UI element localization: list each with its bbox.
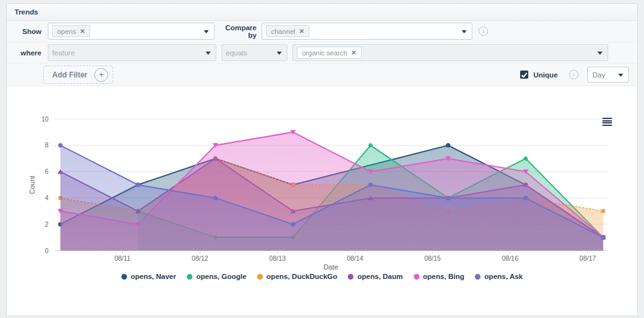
chevron-down-icon: [277, 52, 282, 55]
chevron-down-icon: [597, 52, 602, 55]
card-header: Trends: [7, 4, 637, 21]
data-point[interactable]: [369, 183, 373, 187]
interval-value: Day: [592, 71, 605, 79]
where-row: where feature equals organic search ✕: [7, 42, 637, 64]
unique-toggle-group: Unique i: [520, 70, 579, 79]
page: Trends Show opens ✕ Compare by channel ✕: [0, 0, 644, 318]
where-value-tag-label: organic search: [302, 49, 347, 57]
operator-placeholder: equals: [226, 49, 247, 57]
compare-by-label: Compare by: [222, 24, 257, 39]
y-axis-label: 10: [42, 116, 49, 123]
trends-chart: 024681008/1108/1208/1308/1408/1508/1608/…: [7, 86, 637, 273]
legend-item-opens-ask[interactable]: opens, Ask: [475, 273, 523, 280]
where-label: where: [7, 49, 42, 57]
x-axis-label: 08/12: [192, 254, 208, 262]
y-axis-label: 6: [45, 168, 48, 175]
chart-section: 024681008/1108/1208/1308/1408/1508/1608/…: [7, 86, 637, 315]
x-axis-label: 08/16: [502, 254, 518, 262]
chart-menu-button[interactable]: [602, 118, 612, 126]
legend-label: opens, Naver: [131, 273, 176, 280]
legend-item-opens-duckduckgo[interactable]: opens, DuckDuckGo: [257, 273, 337, 280]
compare-by-select[interactable]: channel ✕: [262, 23, 472, 40]
add-filter-button[interactable]: Add Filter +: [43, 65, 113, 84]
legend-marker-icon: [475, 274, 480, 280]
chevron-down-icon: [462, 30, 467, 33]
where-value-select[interactable]: organic search ✕: [292, 44, 608, 61]
where-value-tag: organic search ✕: [297, 47, 362, 59]
unique-checkbox[interactable]: [520, 71, 528, 79]
show-value-tag: opens ✕: [52, 25, 90, 37]
legend-marker-icon: [348, 274, 353, 280]
chevron-down-icon: [206, 52, 211, 55]
x-axis-label: 08/13: [269, 254, 286, 262]
legend-item-opens-naver[interactable]: opens, Naver: [121, 273, 176, 280]
data-point[interactable]: [136, 183, 140, 187]
legend-label: opens, Google: [196, 273, 247, 280]
trends-card: Trends Show opens ✕ Compare by channel ✕: [6, 3, 638, 316]
remove-show-tag-icon[interactable]: ✕: [80, 28, 85, 35]
x-axis: 08/1108/1208/1308/1408/1508/1608/17: [114, 251, 596, 262]
where-feature-select[interactable]: feature: [48, 44, 216, 61]
legend-item-opens-google[interactable]: opens, Google: [187, 273, 247, 280]
y-axis-label: 2: [45, 221, 48, 228]
legend-label: opens, Bing: [423, 273, 465, 280]
show-select[interactable]: opens ✕: [48, 23, 214, 40]
page-title: Trends: [14, 8, 38, 16]
chevron-down-icon: [204, 30, 209, 33]
y-axis-label: 4: [45, 195, 48, 202]
compare-by-value-tag: channel ✕: [266, 25, 309, 37]
unique-label: Unique: [533, 71, 558, 79]
interval-select[interactable]: Day: [587, 67, 629, 82]
data-point[interactable]: [446, 196, 450, 200]
y-axis-label: 0: [45, 247, 48, 254]
chevron-down-icon: [618, 74, 623, 77]
x-axis-label: 08/15: [425, 254, 441, 262]
x-axis-label: 08/14: [347, 254, 363, 262]
data-point[interactable]: [291, 222, 295, 227]
filter-panel: Show opens ✕ Compare by channel ✕: [7, 21, 637, 86]
legend-item-opens-bing[interactable]: opens, Bing: [414, 273, 465, 280]
x-axis-label: 08/17: [579, 254, 596, 262]
plus-icon: +: [94, 68, 108, 82]
legend-label: opens, Ask: [484, 273, 523, 280]
chart-legend: opens, Naveropens, Googleopens, DuckDuck…: [7, 273, 637, 280]
show-compare-row: Show opens ✕ Compare by channel ✕: [7, 21, 637, 42]
legend-marker-icon: [121, 274, 127, 280]
legend-item-opens-daum[interactable]: opens, Daum: [348, 273, 402, 280]
remove-where-tag-icon[interactable]: ✕: [351, 50, 356, 56]
legend-marker-icon: [414, 274, 419, 280]
add-filter-label: Add Filter: [52, 71, 87, 79]
legend-label: opens, Daum: [357, 273, 402, 280]
remove-compare-tag-icon[interactable]: ✕: [299, 28, 304, 35]
data-point[interactable]: [601, 209, 605, 213]
legend-marker-icon: [257, 274, 263, 280]
x-axis-title: Date: [323, 263, 338, 271]
data-point[interactable]: [446, 143, 450, 147]
x-axis-label: 08/11: [114, 254, 131, 262]
info-icon[interactable]: i: [479, 26, 488, 36]
where-operator-select[interactable]: equals: [221, 44, 287, 61]
data-point[interactable]: [601, 236, 606, 240]
show-label: Show: [7, 28, 42, 35]
feature-placeholder: feature: [52, 49, 75, 57]
data-point[interactable]: [213, 196, 218, 200]
data-point[interactable]: [523, 196, 528, 200]
y-axis-label: 8: [45, 142, 48, 149]
show-value-tag-label: opens: [57, 28, 76, 35]
legend-label: opens, DuckDuckGo: [267, 273, 337, 280]
compare-by-value-tag-label: channel: [271, 28, 296, 35]
data-point[interactable]: [58, 143, 63, 147]
y-axis-title: Count: [28, 176, 36, 194]
legend-marker-icon: [187, 274, 192, 280]
actions-row: Add Filter + Unique i Day: [7, 64, 637, 86]
info-icon[interactable]: i: [569, 70, 579, 79]
